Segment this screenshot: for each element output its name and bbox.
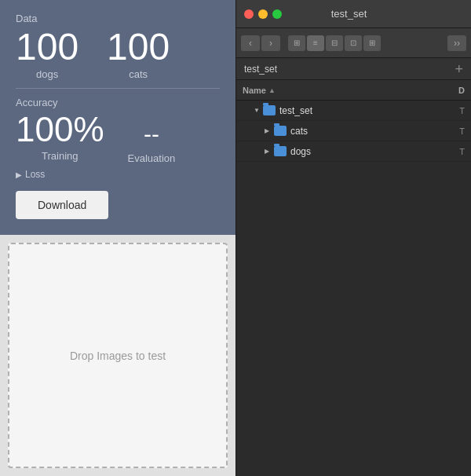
- file-date: T: [452, 106, 465, 115]
- view-buttons: ⊞ ≡ ⊟ ⊡ ⊞: [288, 35, 381, 51]
- accuracy-row: 100% Training -- Evaluation: [16, 112, 220, 164]
- list-item: [236, 346, 471, 366]
- toolbar-action-button[interactable]: ››: [447, 35, 466, 51]
- file-list: ▼ test_set T ▶ cats T ▶ dogs T: [236, 101, 471, 476]
- list-item: [236, 182, 471, 203]
- path-bar: test_set +: [236, 58, 471, 80]
- data-row: 100 dogs 100 cats: [16, 27, 220, 80]
- stats-card: Data 100 dogs 100 cats Accuracy 100% Tra…: [0, 0, 236, 235]
- list-item: [236, 305, 471, 325]
- loss-row: ▶ Loss: [16, 169, 220, 180]
- divider: [16, 88, 220, 89]
- drop-zone[interactable]: Drop Images to test: [8, 243, 228, 468]
- eval-label: Evaluation: [128, 152, 176, 164]
- folder-icon: [274, 126, 287, 136]
- back-button[interactable]: ‹: [241, 35, 260, 51]
- list-item[interactable]: ▶ dogs T: [236, 141, 471, 162]
- list-item: [236, 203, 471, 223]
- dogs-count: 100: [16, 27, 78, 67]
- list-item: [236, 407, 471, 427]
- folder-icon: [274, 146, 287, 156]
- file-date: T: [452, 126, 465, 136]
- path-text: test_set: [244, 64, 277, 75]
- cover-flow-button[interactable]: ⊞: [363, 35, 381, 51]
- folder-name: dogs: [290, 146, 452, 157]
- finder-window: test_set ‹ › ⊞ ≡ ⊟ ⊡ ⊞ ›› test_set + Nam…: [236, 0, 471, 476]
- loss-label: Loss: [25, 169, 45, 180]
- accuracy-label: Accuracy: [16, 97, 220, 108]
- gallery-view-button[interactable]: ⊡: [345, 35, 362, 51]
- list-item: [236, 223, 471, 243]
- titlebar: test_set: [236, 0, 471, 28]
- list-item: [236, 284, 471, 305]
- file-date: T: [452, 147, 465, 156]
- add-button[interactable]: +: [455, 62, 463, 76]
- date-column-header[interactable]: D: [433, 86, 465, 95]
- nav-buttons: ‹ ›: [241, 35, 280, 51]
- list-item: [236, 448, 471, 468]
- data-label: Data: [16, 13, 220, 24]
- cats-label: cats: [129, 68, 148, 80]
- eval-item: -- Evaluation: [128, 112, 176, 164]
- window-title: test_set: [235, 8, 463, 20]
- column-headers: Name ▲ D: [236, 80, 471, 101]
- folder-name: cats: [290, 126, 452, 137]
- list-item: [236, 427, 471, 448]
- list-item: [236, 325, 471, 346]
- folder-icon: [263, 105, 276, 115]
- expand-arrow-icon: ▼: [254, 107, 263, 114]
- folder-name: test_set: [279, 105, 452, 116]
- list-item: [236, 243, 471, 264]
- eval-value: --: [144, 118, 159, 151]
- list-item: [236, 162, 471, 182]
- left-panel: Data 100 dogs 100 cats Accuracy 100% Tra…: [0, 0, 236, 476]
- training-label: Training: [42, 150, 78, 162]
- cats-count: 100: [107, 27, 170, 67]
- list-item[interactable]: ▶ cats T: [236, 121, 471, 141]
- list-item[interactable]: ▼ test_set T: [236, 101, 471, 121]
- list-view-button[interactable]: ≡: [307, 35, 324, 51]
- sort-arrow-icon: ▲: [268, 86, 276, 94]
- list-item: [236, 264, 471, 284]
- column-view-button[interactable]: ⊟: [326, 35, 343, 51]
- list-item: [236, 366, 471, 386]
- cats-item: 100 cats: [107, 27, 170, 80]
- list-item: [236, 386, 471, 407]
- training-value: 100%: [16, 112, 104, 148]
- name-column-header[interactable]: Name ▲: [243, 86, 433, 95]
- download-button[interactable]: Download: [16, 191, 108, 219]
- loss-arrow-icon: ▶: [16, 170, 22, 179]
- training-item: 100% Training: [16, 112, 104, 161]
- finder-toolbar: ‹ › ⊞ ≡ ⊟ ⊡ ⊞ ››: [236, 28, 471, 58]
- icon-view-button[interactable]: ⊞: [288, 35, 305, 51]
- dogs-item: 100 dogs: [16, 27, 78, 80]
- drop-zone-text: Drop Images to test: [70, 350, 166, 362]
- dogs-label: dogs: [36, 68, 58, 80]
- expand-arrow-icon: ▶: [265, 148, 274, 155]
- expand-arrow-icon: ▶: [265, 127, 274, 134]
- forward-button[interactable]: ›: [261, 35, 280, 51]
